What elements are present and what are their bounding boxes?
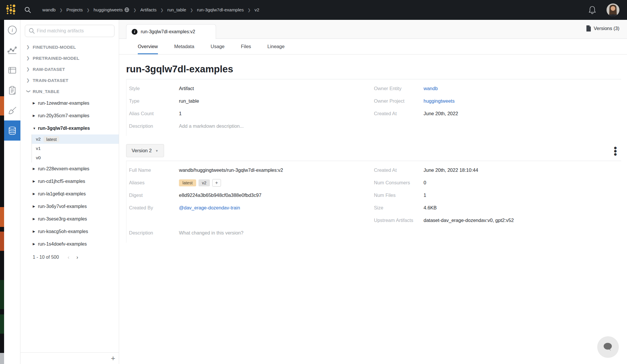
version-item-v0[interactable]: v0 bbox=[32, 153, 119, 162]
version-item-v1[interactable]: v1 bbox=[32, 144, 119, 153]
overflow-menu-icon[interactable]: ●●● bbox=[614, 146, 617, 155]
main-content: i run-3gqlw7dl-examples:v2 Versions (3) … bbox=[119, 20, 627, 364]
category-raw-dataset[interactable]: ❯ RAW-DATASET bbox=[20, 64, 119, 75]
version-description-placeholder[interactable]: What changed in this version? bbox=[179, 230, 372, 236]
breadcrumb-project[interactable]: huggingtweets bbox=[94, 7, 130, 13]
run-item[interactable]: ▶ run-20y35cm7-examples bbox=[20, 109, 119, 122]
field-label: Alias Count bbox=[129, 111, 179, 116]
field-label: Created By bbox=[129, 205, 179, 211]
description-placeholder[interactable]: Add a markdown description... bbox=[179, 123, 372, 129]
page-title: run-3gqlw7dl-examples bbox=[126, 64, 621, 75]
triangle-right-icon: ▶ bbox=[33, 167, 38, 171]
breadcrumb-artifact-name[interactable]: run-3gqlw7dl-examples bbox=[197, 7, 244, 13]
latest-badge: latest bbox=[43, 136, 59, 142]
alias-chip-v2[interactable]: v2 bbox=[198, 179, 210, 186]
artifact-search-box[interactable] bbox=[25, 25, 114, 37]
doc-tab-title: run-3gqlw7dl-examples:v2 bbox=[141, 29, 195, 34]
user-avatar[interactable] bbox=[607, 4, 619, 16]
chevron-right-icon: ❯ bbox=[26, 45, 33, 49]
pagination-prev-icon[interactable]: ‹ bbox=[68, 254, 69, 260]
versions-button[interactable]: Versions (3) bbox=[586, 25, 619, 32]
chevron-right-icon: ❯ bbox=[26, 78, 33, 83]
field-upstream-artifacts: Upstream Artifacts dataset-dav_erage-doz… bbox=[374, 214, 621, 227]
run-item[interactable]: ▶ run-3sese3rg-examples bbox=[20, 213, 119, 225]
rail-item-sweeps[interactable] bbox=[4, 100, 20, 120]
field-created-at: Created At June 20th, 2022 bbox=[374, 107, 621, 120]
chevron-right-icon: ❯ bbox=[26, 67, 33, 71]
wandb-logo[interactable] bbox=[4, 3, 18, 17]
run-item[interactable]: ▶ run-la1ge6qt-examples bbox=[20, 188, 119, 200]
chevron-right-icon: ❯ bbox=[26, 56, 33, 60]
tab-lineage[interactable]: Lineage bbox=[267, 39, 285, 54]
field-full-name: Full Name wandb/huggingtweets/run-3gqlw7… bbox=[126, 164, 372, 176]
category-label: RUN_TABLE bbox=[33, 89, 60, 94]
artifacts-sidebar: ❯ FINETUNED-MODEL ❯ PRETRAINED-MODEL ❯ R… bbox=[20, 20, 119, 364]
tab-overview[interactable]: Overview bbox=[138, 39, 158, 54]
owner-entity-link[interactable]: wandb bbox=[424, 86, 621, 91]
svg-text:i: i bbox=[12, 27, 13, 33]
field-label: Full Name bbox=[129, 167, 179, 173]
rail-item-tables[interactable] bbox=[4, 60, 20, 80]
rail-item-charts[interactable] bbox=[4, 40, 20, 60]
field-label: Style bbox=[129, 86, 179, 91]
tab-files[interactable]: Files bbox=[241, 39, 251, 54]
owner-project-link[interactable]: huggingtweets bbox=[424, 98, 621, 104]
field-aliases: Aliases latest v2 + bbox=[126, 176, 372, 189]
field-style: Style Artifact bbox=[126, 82, 372, 95]
rail-item-logs[interactable] bbox=[4, 80, 20, 100]
field-owner-project: Owner Project huggingtweets bbox=[374, 95, 621, 107]
category-pretrained-model[interactable]: ❯ PRETRAINED-MODEL bbox=[20, 52, 119, 64]
version-item-v2[interactable]: v2 latest bbox=[32, 134, 119, 144]
breadcrumb-artifacts[interactable]: Artifacts bbox=[140, 7, 156, 13]
page-tabs: Overview Metadata Usage Files Lineage bbox=[119, 39, 627, 55]
category-finetuned-model[interactable]: ❯ FINETUNED-MODEL bbox=[20, 41, 119, 52]
field-value: June 20th, 2022 18:10:44 bbox=[424, 167, 621, 173]
breadcrumb-artifact-type[interactable]: run_table bbox=[167, 7, 186, 13]
add-alias-button[interactable]: + bbox=[212, 179, 221, 187]
search-icon[interactable] bbox=[24, 6, 32, 14]
run-label: run-3sese3rg-examples bbox=[38, 216, 87, 222]
triangle-right-icon: ▶ bbox=[33, 242, 38, 246]
rail-item-artifacts[interactable] bbox=[4, 120, 20, 141]
run-item[interactable]: ▶ run-koacg5oh-examples bbox=[20, 225, 119, 238]
category-run-table[interactable]: ❯ RUN_TABLE bbox=[20, 86, 119, 97]
alias-chip-latest[interactable]: latest bbox=[179, 179, 196, 186]
field-label: Num Files bbox=[374, 192, 424, 198]
run-label: run-1zewdmar-examples bbox=[38, 101, 89, 106]
breadcrumb-projects[interactable]: Projects bbox=[67, 7, 83, 13]
run-item[interactable]: ▶ run-1zewdmar-examples bbox=[20, 97, 119, 109]
breadcrumb-version[interactable]: v2 bbox=[255, 7, 259, 13]
version-detail-section: Full Name wandb/huggingtweets/run-3gqlw7… bbox=[126, 161, 621, 243]
run-item[interactable]: ▶ run-cd1jhcf5-examples bbox=[20, 175, 119, 188]
run-item[interactable]: ▶ run-3o6y7vof-examples bbox=[20, 200, 119, 213]
tab-usage[interactable]: Usage bbox=[211, 39, 225, 54]
top-navbar: wandb ❯ Projects ❯ huggingtweets ❯ Artif… bbox=[0, 0, 627, 20]
search-input[interactable] bbox=[37, 28, 114, 34]
field-value: 1 bbox=[424, 192, 621, 198]
breadcrumb-entity[interactable]: wandb bbox=[42, 7, 56, 13]
add-artifact-button[interactable]: + bbox=[111, 355, 115, 362]
chat-support-button[interactable] bbox=[597, 336, 619, 358]
chevron-down-icon: ❯ bbox=[26, 90, 31, 96]
category-label: FINETUNED-MODEL bbox=[33, 45, 76, 50]
artifact-doc-tab[interactable]: i run-3gqlw7dl-examples:v2 bbox=[126, 24, 216, 39]
field-label: Aliases bbox=[129, 180, 179, 186]
tab-metadata[interactable]: Metadata bbox=[174, 39, 194, 54]
run-item[interactable]: ▶ run-1s4doefv-examples bbox=[20, 238, 119, 250]
category-train-dataset[interactable]: ❯ TRAIN-DATASET bbox=[20, 75, 119, 86]
run-label: run-koacg5oh-examples bbox=[38, 229, 88, 234]
version-label: v1 bbox=[36, 146, 41, 151]
rail-item-info[interactable]: i bbox=[4, 20, 20, 40]
created-by-link[interactable]: @dav_erage-dozendav-train bbox=[179, 205, 372, 211]
version-dropdown-button[interactable]: Version 2 ▼ bbox=[126, 144, 164, 157]
category-label: PRETRAINED-MODEL bbox=[33, 56, 79, 61]
notifications-bell-icon[interactable] bbox=[588, 5, 597, 15]
run-item-current[interactable]: ▼ run-3gqlw7dl-examples bbox=[20, 122, 119, 134]
digest-value: e8d9224a3b65b948cf0a388e0fbd3c97 bbox=[179, 192, 372, 198]
field-alias-count: Alias Count 1 bbox=[126, 107, 372, 120]
breadcrumb-separator: ❯ bbox=[60, 8, 63, 12]
field-num-consumers: Num Consumers 0 bbox=[374, 176, 621, 189]
triangle-right-icon: ▶ bbox=[33, 114, 38, 118]
run-item[interactable]: ▶ run-228evxem-examples bbox=[20, 162, 119, 175]
pagination-next-icon[interactable]: › bbox=[76, 254, 78, 260]
